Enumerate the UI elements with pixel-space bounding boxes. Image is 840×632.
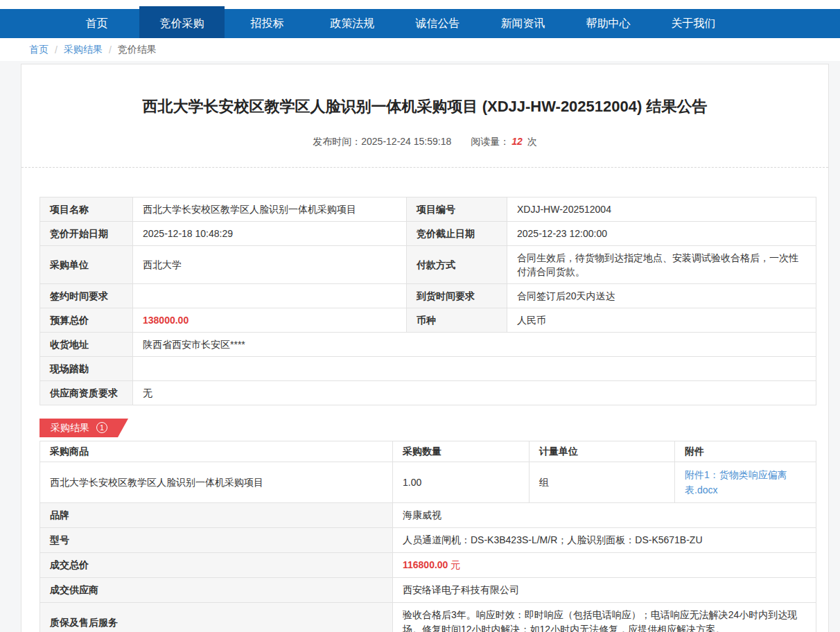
header-product: 采购商品 [40, 441, 393, 462]
label-bid-end-date: 竞价截止日期 [407, 222, 507, 246]
value-delivery-address: 陕西省西安市长安区**** [133, 333, 816, 357]
publish-time-value: 2025-12-24 15:59:18 [361, 136, 451, 147]
table-row: 供应商资质要求 无 [40, 381, 816, 405]
dashed-divider [21, 167, 828, 168]
value-quantity: 1.00 [393, 462, 530, 503]
value-currency: 人民币 [507, 308, 816, 333]
value-signing-time-requirement [133, 284, 407, 308]
label-project-name: 项目名称 [40, 198, 133, 222]
value-winning-supplier: 西安络译电子科技有限公司 [393, 578, 816, 603]
project-info-table: 项目名称 西北大学长安校区教学区人脸识别一体机采购项目 项目编号 XDJJ-HW… [40, 197, 816, 405]
value-model: 人员通道闸机：DS-K3B423S-L/M/R；人脸识别面板：DS-K5671B… [393, 528, 816, 553]
breadcrumb-current: 竞价结果 [118, 44, 157, 56]
table-row: 品牌 海康威视 [40, 503, 816, 528]
value-budget-total: 138000.00 [133, 308, 407, 333]
table-row: 预算总价 138000.00 币种 人民币 [40, 308, 816, 333]
header-quantity: 采购数量 [393, 441, 530, 462]
value-project-number: XDJJ-HW-202512004 [507, 198, 816, 222]
breadcrumb-separator: / [55, 44, 58, 55]
value-payment-method: 合同生效后，待货物到达指定地点、安装调试验收合格后，一次性付清合同货款。 [507, 246, 816, 284]
nav-item-bidding-purchase[interactable]: 竞价采购 [139, 6, 225, 38]
purchase-result-badge-label: 采购结果 [51, 422, 89, 433]
views-label: 阅读量： [471, 136, 509, 147]
table-header-row: 采购商品 采购数量 计量单位 附件 [40, 441, 816, 462]
label-brand: 品牌 [40, 503, 393, 528]
table-row: 质保及售后服务 验收合格后3年。响应时效：即时响应（包括电话响应）；电话响应无法… [40, 603, 816, 632]
value-bid-end-date: 2025-12-23 12:00:00 [507, 222, 816, 246]
table-row: 采购单位 西北大学 付款方式 合同生效后，待货物到达指定地点、安装调试验收合格后… [40, 246, 816, 284]
nav-item-help-center[interactable]: 帮助中心 [566, 9, 651, 38]
announcement-card: 西北大学长安校区教学区人脸识别一体机采购项目 (XDJJ-HW-20251200… [21, 64, 829, 632]
views-unit: 次 [527, 136, 537, 147]
label-delivery-address: 收货地址 [40, 333, 133, 357]
top-white-strip [0, 0, 840, 9]
table-row: 项目名称 西北大学长安校区教学区人脸识别一体机采购项目 项目编号 XDJJ-HW… [40, 198, 816, 222]
main-nav: 首页 竞价采购 招投标 政策法规 诚信公告 新闻资讯 帮助中心 关于我们 [0, 9, 840, 38]
value-supplier-qualification: 无 [133, 381, 816, 405]
value-site-survey [133, 357, 816, 381]
nav-item-news[interactable]: 新闻资讯 [480, 9, 566, 38]
value-brand: 海康威视 [393, 503, 816, 528]
page-title: 西北大学长安校区教学区人脸识别一体机采购项目 (XDJJ-HW-20251200… [21, 96, 828, 117]
label-deal-total-price: 成交总价 [40, 553, 393, 578]
label-model: 型号 [40, 528, 393, 553]
nav-item-policy[interactable]: 政策法规 [310, 9, 395, 38]
table-row: 签约时间要求 到货时间要求 合同签订后20天内送达 [40, 284, 816, 308]
table-row: 型号 人员通道闸机：DS-K3B423S-L/M/R；人脸识别面板：DS-K56… [40, 528, 816, 553]
value-unit: 组 [530, 462, 675, 503]
table-row: 收货地址 陕西省西安市长安区**** [40, 333, 816, 357]
purchase-result-table: 采购商品 采购数量 计量单位 附件 西北大学长安校区教学区人脸识别一体机采购项目… [40, 441, 816, 632]
attachment-link[interactable]: 附件1：货物类响应偏离表.docx [685, 469, 787, 495]
label-site-survey: 现场踏勘 [40, 357, 133, 381]
deal-price-amount: 116800.00 [403, 559, 448, 570]
label-bid-start-date: 竞价开始日期 [40, 222, 133, 246]
table-row: 现场踏勘 [40, 357, 816, 381]
nav-item-about-us[interactable]: 关于我们 [651, 9, 736, 38]
nav-item-home[interactable]: 首页 [54, 9, 139, 38]
table-row: 成交总价 116800.00 元 [40, 553, 816, 578]
value-product: 西北大学长安校区教学区人脸识别一体机采购项目 [40, 462, 393, 503]
label-purchaser: 采购单位 [40, 246, 133, 284]
header-attachment: 附件 [675, 441, 816, 462]
table-row: 竞价开始日期 2025-12-18 10:48:29 竞价截止日期 2025-1… [40, 222, 816, 246]
value-warranty-service: 验收合格后3年。响应时效：即时响应（包括电话响应）；电话响应无法解决24小时内到… [393, 603, 816, 632]
table-row: 西北大学长安校区教学区人脸识别一体机采购项目 1.00 组 附件1：货物类响应偏… [40, 462, 816, 503]
table-row: 成交供应商 西安络译电子科技有限公司 [40, 578, 816, 603]
label-currency: 币种 [407, 308, 507, 333]
label-signing-time-requirement: 签约时间要求 [40, 284, 133, 308]
label-warranty-service: 质保及售后服务 [40, 603, 393, 632]
label-winning-supplier: 成交供应商 [40, 578, 393, 603]
breadcrumb-home-link[interactable]: 首页 [29, 44, 49, 56]
budget-amount: 138000.00 [143, 315, 189, 326]
deal-price-unit: 元 [450, 559, 460, 570]
label-payment-method: 付款方式 [407, 246, 507, 284]
publish-info: 发布时间：2025-12-24 15:59:18阅读量：12 次 [21, 136, 828, 148]
value-purchaser: 西北大学 [133, 246, 407, 284]
purchase-result-badge: 采购结果1 [40, 419, 128, 437]
page-background: 西北大学长安校区教学区人脸识别一体机采购项目 (XDJJ-HW-20251200… [0, 61, 840, 632]
result-count-circle-icon: 1 [96, 422, 107, 433]
breadcrumb-separator: / [109, 44, 112, 55]
breadcrumb: 首页 / 采购结果 / 竞价结果 [0, 38, 840, 61]
value-project-name: 西北大学长安校区教学区人脸识别一体机采购项目 [133, 198, 407, 222]
label-delivery-time-requirement: 到货时间要求 [407, 284, 507, 308]
label-budget-total: 预算总价 [40, 308, 133, 333]
value-deal-total-price: 116800.00 元 [393, 553, 816, 578]
header-unit: 计量单位 [530, 441, 675, 462]
label-project-number: 项目编号 [407, 198, 507, 222]
value-bid-start-date: 2025-12-18 10:48:29 [133, 222, 407, 246]
value-delivery-time-requirement: 合同签订后20天内送达 [507, 284, 816, 308]
label-supplier-qualification: 供应商资质要求 [40, 381, 133, 405]
breadcrumb-section-link[interactable]: 采购结果 [64, 44, 103, 56]
publish-time-label: 发布时间： [313, 136, 361, 147]
nav-item-tender[interactable]: 招投标 [225, 9, 310, 38]
nav-item-integrity-notice[interactable]: 诚信公告 [395, 9, 480, 38]
views-count: 12 [511, 136, 523, 147]
